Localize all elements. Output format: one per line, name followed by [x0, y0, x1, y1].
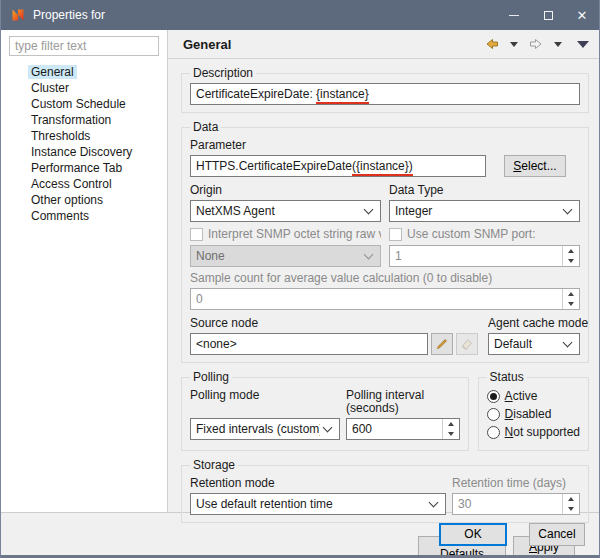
custom-snmp-port-label: Use custom SNMP port:	[407, 227, 535, 241]
clear-source-node-button	[456, 333, 478, 355]
checkbox-icon	[190, 228, 203, 241]
spinner-up-icon	[443, 419, 459, 429]
agent-cache-mode-value: Default	[494, 337, 560, 351]
origin-label: Origin	[190, 184, 381, 197]
cancel-label: Cancel	[538, 527, 575, 541]
header-nav	[483, 35, 589, 53]
spinner-up-icon	[563, 289, 579, 299]
status-not-supported-label: Not supported	[505, 425, 580, 439]
snmp-port-value: 1	[390, 246, 562, 266]
description-instance-annotated: {instance}	[316, 87, 369, 104]
sidebar-item-performance-tab[interactable]: Performance Tab	[1, 160, 167, 176]
retention-mode-select[interactable]: Use default retention time	[190, 493, 446, 515]
chevron-down-icon	[364, 250, 374, 260]
polling-group: Polling Polling mode Polling interval (s…	[181, 370, 469, 451]
custom-snmp-port-checkbox[interactable]: Use custom SNMP port:	[389, 227, 580, 241]
sidebar-item-custom-schedule[interactable]: Custom Schedule	[1, 96, 167, 112]
minimize-button[interactable]	[497, 0, 531, 30]
page-title: General	[183, 37, 231, 52]
agent-cache-mode-select[interactable]: Default	[488, 333, 580, 355]
polling-interval-value: 600	[347, 419, 442, 439]
sidebar-item-transformation[interactable]: Transformation	[1, 112, 167, 128]
spinner-down-icon	[563, 504, 579, 514]
ok-button[interactable]: OK	[439, 523, 507, 546]
title-bar: Properties for ✕	[1, 0, 599, 30]
sidebar-item-general[interactable]: General	[1, 64, 167, 80]
checkbox-icon	[389, 228, 402, 241]
status-radio-not-supported[interactable]: Not supported	[487, 425, 580, 439]
radio-selected-icon	[487, 390, 500, 403]
sidebar-item-thresholds[interactable]: Thresholds	[1, 128, 167, 144]
data-type-value: Integer	[395, 204, 560, 218]
select-parameter-button[interactable]: Select...	[504, 155, 566, 177]
retention-time-label: Retention time (days)	[452, 477, 580, 490]
source-node-value: <none>	[196, 337, 237, 351]
interpret-snmp-checkbox[interactable]: Interpret SNMP octet string raw value as	[190, 227, 381, 241]
source-node-label: Source node	[190, 317, 478, 330]
forward-history-dropdown[interactable]	[549, 35, 567, 53]
polling-legend: Polling	[190, 370, 232, 384]
interpret-snmp-label: Interpret SNMP octet string raw value as	[208, 227, 381, 241]
pen-icon	[435, 337, 449, 351]
ok-label: OK	[464, 527, 481, 541]
properties-dialog: Properties for ✕ General Cluster Custom …	[0, 0, 600, 558]
status-radio-disabled[interactable]: Disabled	[487, 407, 580, 421]
chevron-down-icon	[364, 205, 374, 215]
parameter-value: HTTPS.CertificateExpireDate	[196, 159, 352, 173]
cancel-button[interactable]: Cancel	[529, 523, 585, 546]
spinner-arrows	[562, 494, 579, 514]
sample-count-value: 0	[191, 289, 562, 309]
description-input[interactable]: CertificateExpireDate: {instance}	[190, 83, 580, 105]
chevron-down-icon	[563, 205, 573, 215]
maximize-button[interactable]	[531, 0, 565, 30]
interpret-snmp-value: None	[196, 249, 361, 263]
description-legend: Description	[190, 66, 256, 80]
content-panel: General	[168, 30, 599, 512]
forward-button[interactable]	[527, 35, 545, 53]
back-history-dropdown[interactable]	[505, 35, 523, 53]
polling-mode-select[interactable]: Fixed intervals (custom)	[190, 418, 340, 440]
menu-down-icon	[577, 41, 589, 48]
sidebar-item-access-control[interactable]: Access Control	[1, 176, 167, 192]
back-button[interactable]	[483, 35, 501, 53]
data-group: Data Parameter HTTPS.CertificateExpireDa…	[181, 120, 589, 363]
page-header: General	[168, 30, 599, 59]
general-page: Description CertificateExpireDate: {inst…	[168, 59, 599, 512]
dialog-main: General Cluster Custom Schedule Transfor…	[1, 30, 599, 512]
polling-mode-value: Fixed intervals (custom)	[196, 422, 320, 436]
polling-interval-label: Polling interval (seconds)	[346, 389, 460, 415]
status-disabled-label: Disabled	[505, 407, 552, 421]
sidebar-item-other-options[interactable]: Other options	[1, 192, 167, 208]
data-legend: Data	[190, 120, 221, 134]
close-button[interactable]: ✕	[565, 0, 599, 30]
sidebar-item-cluster[interactable]: Cluster	[1, 80, 167, 96]
description-value: CertificateExpireDate:	[196, 87, 316, 101]
status-group: Status Active Disabled Not supported	[478, 370, 589, 451]
retention-mode-label: Retention mode	[190, 477, 446, 490]
polling-mode-label: Polling mode	[190, 389, 340, 415]
storage-legend: Storage	[190, 458, 238, 472]
chevron-down-icon	[510, 42, 518, 47]
radio-icon	[487, 408, 500, 421]
retention-time-value: 30	[453, 494, 562, 514]
parameter-label: Parameter	[190, 139, 580, 152]
select-source-node-button[interactable]	[431, 333, 453, 355]
sidebar-item-instance-discovery[interactable]: Instance Discovery	[1, 144, 167, 160]
chevron-down-icon	[323, 423, 333, 433]
view-menu-button[interactable]	[571, 35, 589, 53]
filter-input[interactable]	[9, 36, 159, 56]
retention-time-spinner: 30	[452, 493, 580, 515]
status-legend: Status	[487, 370, 527, 384]
sidebar-item-comments[interactable]: Comments	[1, 208, 167, 224]
polling-interval-spinner[interactable]: 600	[346, 418, 460, 440]
spinner-up-icon	[563, 494, 579, 504]
parameter-instance-annotated: ({instance})	[352, 159, 413, 176]
spinner-down-icon	[443, 429, 459, 439]
chevron-down-icon	[429, 498, 439, 508]
parameter-input[interactable]: HTTPS.CertificateExpireDate({instance})	[190, 155, 486, 177]
origin-select[interactable]: NetXMS Agent	[190, 200, 381, 222]
status-radio-active[interactable]: Active	[487, 389, 580, 403]
storage-group: Storage Retention mode Retention time (d…	[181, 458, 589, 523]
status-active-label: Active	[505, 389, 538, 403]
data-type-select[interactable]: Integer	[389, 200, 580, 222]
